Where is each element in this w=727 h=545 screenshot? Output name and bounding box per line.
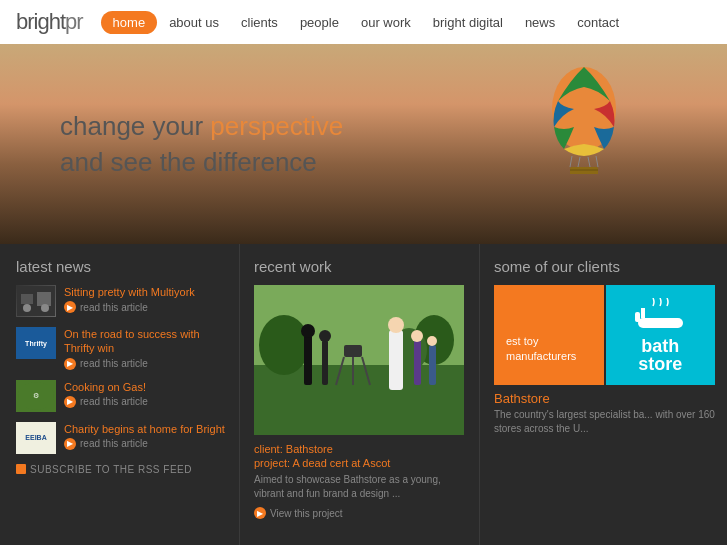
- svg-text:manufacturers: manufacturers: [506, 350, 577, 362]
- client-name-bathstore: Bathstore: [494, 391, 715, 406]
- eeiba-logo: EEIBA: [18, 424, 54, 452]
- news-content-3: Cooking on Gas! ▶ read this article: [64, 380, 225, 408]
- svg-rect-20: [322, 340, 328, 385]
- news-item-1: Sitting pretty with Multiyork ▶ read thi…: [16, 285, 225, 317]
- news-read-2[interactable]: ▶ read this article: [64, 358, 225, 370]
- svg-point-29: [411, 330, 423, 342]
- work-image-svg: [254, 285, 464, 435]
- nav-contact[interactable]: contact: [567, 11, 629, 34]
- svg-rect-22: [344, 345, 362, 357]
- hero-tagline: change your perspective and see the diff…: [60, 108, 343, 181]
- news-title-1[interactable]: Sitting pretty with Multiyork: [64, 285, 225, 299]
- read-label-4: read this article: [80, 438, 148, 449]
- client-tile-toy[interactable]: est toy manufacturers: [494, 285, 604, 385]
- nav-clients[interactable]: clients: [231, 11, 288, 34]
- bathstore-text-store: store: [633, 355, 688, 373]
- rss-label: SUBSCRIBE TO THE RSS FEED: [30, 464, 192, 475]
- news-read-4[interactable]: ▶ read this article: [64, 438, 225, 450]
- svg-rect-36: [635, 312, 640, 322]
- header: brightpr home about us clients people ou…: [0, 0, 727, 44]
- clients-grid: est toy manufacturers: [494, 285, 715, 385]
- news-read-1[interactable]: ▶ read this article: [64, 301, 225, 313]
- svg-point-21: [319, 330, 331, 342]
- recent-work-section: recent work: [240, 244, 480, 545]
- news-thumb-3: ⚙: [16, 380, 56, 412]
- svg-rect-18: [304, 335, 312, 385]
- toy-logo: est toy manufacturers: [501, 285, 596, 385]
- news-title-2[interactable]: On the road to success with Thrifty win: [64, 327, 225, 356]
- news-thumb-1: [16, 285, 56, 317]
- nav-home[interactable]: home: [101, 11, 158, 34]
- news-read-3[interactable]: ▶ read this article: [64, 396, 225, 408]
- news-title-4[interactable]: Charity begins at home for Bright: [64, 422, 225, 436]
- work-client-name: Bathstore: [286, 443, 333, 455]
- logo-pr: pr: [65, 9, 83, 34]
- svg-rect-35: [638, 318, 683, 328]
- svg-point-10: [23, 304, 31, 312]
- rss-icon: [16, 464, 26, 474]
- content-area: latest news Sitting pretty with Multiyor…: [0, 244, 727, 545]
- news-content-1: Sitting pretty with Multiyork ▶ read thi…: [64, 285, 225, 313]
- bathstore-logo: bath store: [633, 298, 688, 373]
- svg-point-19: [301, 324, 315, 338]
- work-client: client: Bathstore: [254, 443, 467, 455]
- thrifty-logo: Thrifty: [18, 329, 54, 357]
- news-content-2: On the road to success with Thrifty win …: [64, 327, 225, 370]
- work-project-label: project:: [254, 457, 290, 469]
- view-project-link[interactable]: ▶ View this project: [254, 507, 467, 519]
- svg-rect-26: [389, 330, 403, 390]
- nav-about[interactable]: about us: [159, 11, 229, 34]
- clients-section: some of our clients est toy manufacturer…: [480, 244, 727, 545]
- news-title-3[interactable]: Cooking on Gas!: [64, 380, 225, 394]
- news-thumb-2: Thrifty: [16, 327, 56, 359]
- latest-news-title: latest news: [16, 258, 225, 275]
- client-desc-bathstore: The country's largest specialist ba... w…: [494, 408, 715, 436]
- news-content-4: Charity begins at home for Bright ▶ read…: [64, 422, 225, 450]
- view-project-label: View this project: [270, 508, 343, 519]
- recent-work-title: recent work: [254, 258, 467, 275]
- svg-line-3: [578, 157, 580, 167]
- hero-banner: change your perspective and see the diff…: [0, 44, 727, 244]
- nav-bright-digital[interactable]: bright digital: [423, 11, 513, 34]
- svg-line-1: [570, 156, 572, 167]
- work-image: [254, 285, 464, 435]
- bathstore-text-bath: bath: [633, 337, 688, 355]
- work-client-label: client:: [254, 443, 283, 455]
- nav-people[interactable]: people: [290, 11, 349, 34]
- navigation: home about us clients people our work br…: [101, 11, 630, 34]
- news-thumb-4: EEIBA: [16, 422, 56, 454]
- svg-point-27: [388, 317, 404, 333]
- arrow-icon-4: ▶: [64, 438, 76, 450]
- rss-subscribe[interactable]: SUBSCRIBE TO THE RSS FEED: [16, 464, 225, 475]
- svg-rect-28: [414, 340, 421, 385]
- logo[interactable]: brightpr: [16, 9, 83, 35]
- svg-rect-9: [37, 292, 51, 306]
- arrow-icon-2: ▶: [64, 358, 76, 370]
- logo-bright: bright: [16, 9, 65, 34]
- hero-line2: and see the difference: [60, 144, 343, 180]
- latest-news-section: latest news Sitting pretty with Multiyor…: [0, 244, 240, 545]
- nav-our-work[interactable]: our work: [351, 11, 421, 34]
- nav-news[interactable]: news: [515, 11, 565, 34]
- svg-rect-30: [429, 345, 436, 385]
- svg-text:est toy: est toy: [506, 335, 539, 347]
- client-tile-bathstore[interactable]: bath store: [606, 285, 716, 385]
- svg-point-11: [41, 304, 49, 312]
- svg-rect-37: [641, 308, 645, 318]
- read-label-2: read this article: [80, 358, 148, 369]
- work-description: Aimed to showcase Bathstore as a young, …: [254, 473, 467, 501]
- client-desc-area: Bathstore The country's largest speciali…: [494, 391, 715, 436]
- clients-title: some of our clients: [494, 258, 715, 275]
- arrow-icon-3: ▶: [64, 396, 76, 408]
- read-label-3: read this article: [80, 396, 148, 407]
- svg-line-4: [588, 157, 590, 167]
- arrow-icon-view: ▶: [254, 507, 266, 519]
- news-item-2: Thrifty On the road to success with Thri…: [16, 327, 225, 370]
- svg-line-2: [596, 156, 598, 167]
- gas-logo: ⚙: [18, 382, 54, 410]
- work-project: project: A dead cert at Ascot: [254, 457, 467, 469]
- svg-point-31: [427, 336, 437, 346]
- hero-accent-word: perspective: [210, 111, 343, 141]
- svg-rect-8: [21, 294, 33, 304]
- arrow-icon-1: ▶: [64, 301, 76, 313]
